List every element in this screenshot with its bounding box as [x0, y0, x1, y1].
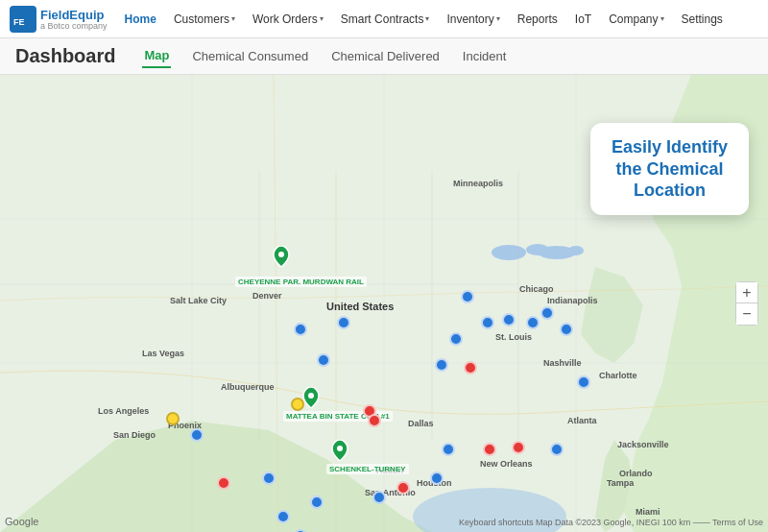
map-attribution: Keyboard shortcuts Map Data ©2023 Google…	[459, 518, 763, 527]
svg-point-4	[492, 245, 526, 260]
map-pin-blue[interactable]	[461, 290, 474, 303]
zoom-out-button[interactable]: −	[736, 303, 757, 325]
map-pin-blue[interactable]	[310, 496, 324, 509]
dashboard-header: Dashboard Map Chemical Consumed Chemical…	[0, 38, 768, 75]
fieldequip-logo-icon: FE	[10, 6, 36, 33]
tab-chemical-consumed[interactable]: Chemical Consumed	[190, 45, 310, 67]
tab-map[interactable]: Map	[142, 44, 171, 68]
map-location-marker[interactable]	[302, 387, 320, 408]
nav-company[interactable]: Company ▾	[609, 12, 663, 26]
map-pin-blue[interactable]	[337, 316, 350, 329]
map-pin-blue[interactable]	[294, 323, 307, 336]
nav-home[interactable]: Home	[125, 12, 156, 26]
svg-point-18	[308, 393, 314, 399]
nav-iot[interactable]: IoT	[575, 12, 591, 26]
tab-incident[interactable]: Incident	[461, 45, 509, 67]
logo-main-text: FieldEquip	[40, 8, 108, 22]
map-controls: + −	[735, 281, 758, 326]
map-pin-red[interactable]	[396, 481, 410, 495]
map-pin-blue[interactable]	[540, 306, 554, 320]
logo-sub-text: a Botco company	[40, 22, 108, 31]
map-pin-blue[interactable]	[317, 353, 330, 367]
logo-area[interactable]: FE FieldEquip a Botco company	[10, 6, 108, 33]
svg-point-17	[278, 252, 284, 257]
map-pin-blue[interactable]	[276, 510, 290, 523]
tab-chemical-delivered[interactable]: Chemical Delivered	[329, 45, 442, 67]
map-pin-blue[interactable]	[481, 316, 494, 329]
map-pin-yellow[interactable]	[166, 412, 180, 425]
nav-customers[interactable]: Customers ▾	[174, 12, 235, 26]
map-pin-red[interactable]	[217, 476, 230, 490]
nav-work-orders[interactable]: Work Orders ▾	[252, 12, 324, 26]
nav-reports[interactable]: Reports	[517, 12, 558, 26]
callout-text: Easily Identify the Chemical Location	[612, 137, 728, 200]
nav-smart-contracts[interactable]: Smart Contracts ▾	[341, 12, 430, 26]
map-location-marker[interactable]	[331, 440, 348, 461]
callout-box: Easily Identify the Chemical Location	[590, 123, 749, 215]
map-pin-blue[interactable]	[526, 316, 540, 329]
zoom-in-button[interactable]: +	[736, 282, 757, 303]
map-pin-blue[interactable]	[372, 491, 386, 504]
map-pin-blue[interactable]	[430, 472, 444, 485]
map-pin-red[interactable]	[512, 441, 525, 454]
nav-settings[interactable]: Settings	[682, 12, 723, 26]
map-pin-blue[interactable]	[502, 313, 516, 326]
nav-inventory[interactable]: Inventory ▾	[446, 12, 499, 26]
map-pin-red[interactable]	[368, 414, 381, 427]
map-pin-blue[interactable]	[190, 428, 204, 442]
map-pin-blue[interactable]	[449, 332, 463, 346]
map-pin-red[interactable]	[464, 361, 477, 375]
navbar: FE FieldEquip a Botco company Home Custo…	[0, 0, 768, 38]
map-location-marker[interactable]	[273, 246, 290, 267]
map-pin-blue[interactable]	[560, 323, 573, 336]
map-pin-blue[interactable]	[550, 443, 564, 456]
svg-point-19	[337, 446, 343, 451]
map-pin-blue[interactable]	[577, 375, 590, 389]
map-pin-blue[interactable]	[442, 443, 455, 456]
google-logo: Google	[5, 516, 38, 527]
map-container[interactable]: Easily Identify the Chemical Location + …	[0, 75, 768, 532]
map-pin-blue[interactable]	[262, 472, 276, 485]
svg-text:FE: FE	[13, 17, 25, 27]
map-pin-blue[interactable]	[435, 358, 448, 372]
map-pin-red[interactable]	[483, 443, 496, 456]
dashboard-title: Dashboard	[15, 45, 115, 67]
